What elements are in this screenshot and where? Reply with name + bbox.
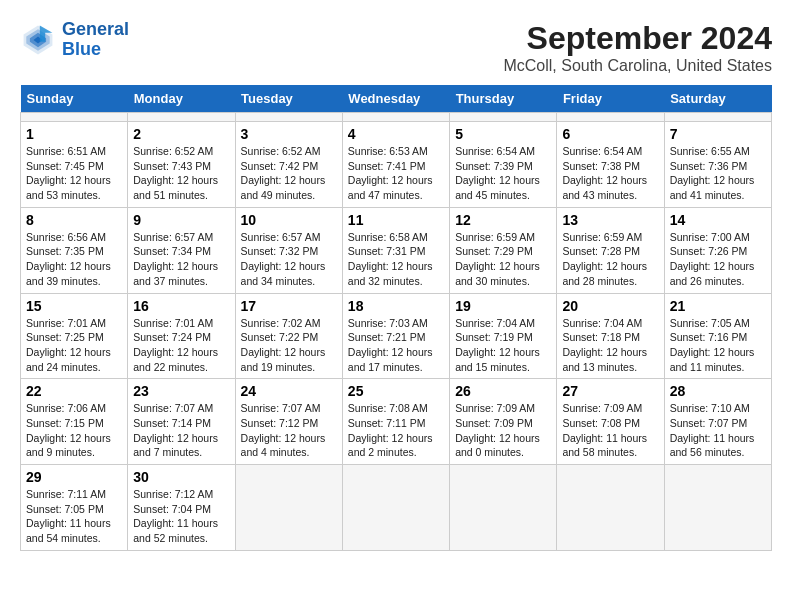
calendar-cell: 4 Sunrise: 6:53 AMSunset: 7:41 PMDayligh… — [342, 122, 449, 208]
calendar-cell: 15 Sunrise: 7:01 AMSunset: 7:25 PMDaylig… — [21, 293, 128, 379]
day-number: 16 — [133, 298, 229, 314]
day-number: 20 — [562, 298, 658, 314]
cell-info: Sunrise: 6:58 AMSunset: 7:31 PMDaylight:… — [348, 230, 444, 289]
day-number: 5 — [455, 126, 551, 142]
calendar-cell: 19 Sunrise: 7:04 AMSunset: 7:19 PMDaylig… — [450, 293, 557, 379]
calendar-cell: 28 Sunrise: 7:10 AMSunset: 7:07 PMDaylig… — [664, 379, 771, 465]
day-number: 17 — [241, 298, 337, 314]
cell-info: Sunrise: 7:09 AMSunset: 7:08 PMDaylight:… — [562, 401, 658, 460]
cell-info: Sunrise: 7:06 AMSunset: 7:15 PMDaylight:… — [26, 401, 122, 460]
cell-info: Sunrise: 7:09 AMSunset: 7:09 PMDaylight:… — [455, 401, 551, 460]
calendar-week-row: 15 Sunrise: 7:01 AMSunset: 7:25 PMDaylig… — [21, 293, 772, 379]
cell-info: Sunrise: 7:02 AMSunset: 7:22 PMDaylight:… — [241, 316, 337, 375]
page-header: General Blue September 2024 McColl, Sout… — [20, 20, 772, 75]
cell-info: Sunrise: 6:56 AMSunset: 7:35 PMDaylight:… — [26, 230, 122, 289]
day-number: 21 — [670, 298, 766, 314]
day-number: 10 — [241, 212, 337, 228]
day-number: 27 — [562, 383, 658, 399]
calendar-cell: 8 Sunrise: 6:56 AMSunset: 7:35 PMDayligh… — [21, 207, 128, 293]
day-number: 3 — [241, 126, 337, 142]
day-number: 9 — [133, 212, 229, 228]
cell-info: Sunrise: 7:12 AMSunset: 7:04 PMDaylight:… — [133, 487, 229, 546]
cell-info: Sunrise: 6:52 AMSunset: 7:42 PMDaylight:… — [241, 144, 337, 203]
cell-info: Sunrise: 6:55 AMSunset: 7:36 PMDaylight:… — [670, 144, 766, 203]
title-block: September 2024 McColl, South Carolina, U… — [503, 20, 772, 75]
day-number: 12 — [455, 212, 551, 228]
day-number: 2 — [133, 126, 229, 142]
day-header-friday: Friday — [557, 85, 664, 113]
calendar-cell — [450, 465, 557, 551]
calendar-cell — [342, 465, 449, 551]
calendar-cell: 11 Sunrise: 6:58 AMSunset: 7:31 PMDaylig… — [342, 207, 449, 293]
day-number: 18 — [348, 298, 444, 314]
calendar-cell: 3 Sunrise: 6:52 AMSunset: 7:42 PMDayligh… — [235, 122, 342, 208]
cell-info: Sunrise: 7:11 AMSunset: 7:05 PMDaylight:… — [26, 487, 122, 546]
cell-info: Sunrise: 7:03 AMSunset: 7:21 PMDaylight:… — [348, 316, 444, 375]
day-number: 6 — [562, 126, 658, 142]
calendar-cell: 9 Sunrise: 6:57 AMSunset: 7:34 PMDayligh… — [128, 207, 235, 293]
day-number: 25 — [348, 383, 444, 399]
cell-info: Sunrise: 6:59 AMSunset: 7:28 PMDaylight:… — [562, 230, 658, 289]
calendar-cell — [664, 465, 771, 551]
calendar-cell — [557, 465, 664, 551]
cell-info: Sunrise: 7:04 AMSunset: 7:18 PMDaylight:… — [562, 316, 658, 375]
page-title: September 2024 — [503, 20, 772, 57]
calendar-cell — [664, 113, 771, 122]
day-number: 26 — [455, 383, 551, 399]
calendar-week-row: 1 Sunrise: 6:51 AMSunset: 7:45 PMDayligh… — [21, 122, 772, 208]
cell-info: Sunrise: 7:10 AMSunset: 7:07 PMDaylight:… — [670, 401, 766, 460]
cell-info: Sunrise: 6:52 AMSunset: 7:43 PMDaylight:… — [133, 144, 229, 203]
cell-info: Sunrise: 6:54 AMSunset: 7:38 PMDaylight:… — [562, 144, 658, 203]
cell-info: Sunrise: 7:08 AMSunset: 7:11 PMDaylight:… — [348, 401, 444, 460]
day-number: 14 — [670, 212, 766, 228]
calendar-cell: 24 Sunrise: 7:07 AMSunset: 7:12 PMDaylig… — [235, 379, 342, 465]
calendar-cell: 25 Sunrise: 7:08 AMSunset: 7:11 PMDaylig… — [342, 379, 449, 465]
calendar-cell — [128, 113, 235, 122]
day-number: 11 — [348, 212, 444, 228]
cell-info: Sunrise: 7:01 AMSunset: 7:25 PMDaylight:… — [26, 316, 122, 375]
calendar-cell: 30 Sunrise: 7:12 AMSunset: 7:04 PMDaylig… — [128, 465, 235, 551]
calendar-cell — [557, 113, 664, 122]
calendar-cell: 12 Sunrise: 6:59 AMSunset: 7:29 PMDaylig… — [450, 207, 557, 293]
calendar-cell: 20 Sunrise: 7:04 AMSunset: 7:18 PMDaylig… — [557, 293, 664, 379]
calendar-cell: 7 Sunrise: 6:55 AMSunset: 7:36 PMDayligh… — [664, 122, 771, 208]
cell-info: Sunrise: 7:00 AMSunset: 7:26 PMDaylight:… — [670, 230, 766, 289]
cell-info: Sunrise: 6:53 AMSunset: 7:41 PMDaylight:… — [348, 144, 444, 203]
cell-info: Sunrise: 7:05 AMSunset: 7:16 PMDaylight:… — [670, 316, 766, 375]
day-number: 19 — [455, 298, 551, 314]
page-subtitle: McColl, South Carolina, United States — [503, 57, 772, 75]
calendar-cell: 1 Sunrise: 6:51 AMSunset: 7:45 PMDayligh… — [21, 122, 128, 208]
day-number: 23 — [133, 383, 229, 399]
calendar-cell: 13 Sunrise: 6:59 AMSunset: 7:28 PMDaylig… — [557, 207, 664, 293]
calendar-cell: 18 Sunrise: 7:03 AMSunset: 7:21 PMDaylig… — [342, 293, 449, 379]
day-number: 24 — [241, 383, 337, 399]
day-number: 1 — [26, 126, 122, 142]
calendar-week-row — [21, 113, 772, 122]
day-header-sunday: Sunday — [21, 85, 128, 113]
day-number: 13 — [562, 212, 658, 228]
calendar-cell: 23 Sunrise: 7:07 AMSunset: 7:14 PMDaylig… — [128, 379, 235, 465]
calendar-cell — [21, 113, 128, 122]
calendar-cell: 27 Sunrise: 7:09 AMSunset: 7:08 PMDaylig… — [557, 379, 664, 465]
calendar-cell — [235, 113, 342, 122]
cell-info: Sunrise: 6:57 AMSunset: 7:32 PMDaylight:… — [241, 230, 337, 289]
cell-info: Sunrise: 7:04 AMSunset: 7:19 PMDaylight:… — [455, 316, 551, 375]
calendar-cell: 2 Sunrise: 6:52 AMSunset: 7:43 PMDayligh… — [128, 122, 235, 208]
calendar-cell: 29 Sunrise: 7:11 AMSunset: 7:05 PMDaylig… — [21, 465, 128, 551]
day-number: 15 — [26, 298, 122, 314]
calendar-cell — [342, 113, 449, 122]
cell-info: Sunrise: 6:51 AMSunset: 7:45 PMDaylight:… — [26, 144, 122, 203]
cell-info: Sunrise: 7:01 AMSunset: 7:24 PMDaylight:… — [133, 316, 229, 375]
logo-text: General Blue — [62, 20, 129, 60]
calendar-cell — [450, 113, 557, 122]
calendar-week-row: 8 Sunrise: 6:56 AMSunset: 7:35 PMDayligh… — [21, 207, 772, 293]
day-number: 7 — [670, 126, 766, 142]
calendar-cell: 22 Sunrise: 7:06 AMSunset: 7:15 PMDaylig… — [21, 379, 128, 465]
day-header-wednesday: Wednesday — [342, 85, 449, 113]
day-number: 29 — [26, 469, 122, 485]
day-number: 22 — [26, 383, 122, 399]
calendar-cell: 5 Sunrise: 6:54 AMSunset: 7:39 PMDayligh… — [450, 122, 557, 208]
day-number: 30 — [133, 469, 229, 485]
cell-info: Sunrise: 7:07 AMSunset: 7:12 PMDaylight:… — [241, 401, 337, 460]
day-number: 8 — [26, 212, 122, 228]
